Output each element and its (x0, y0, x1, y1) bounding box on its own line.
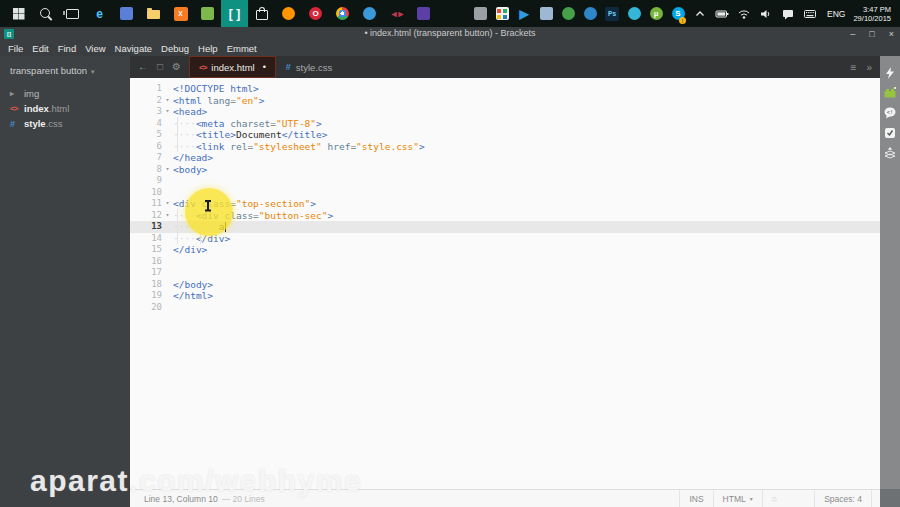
code-line-14[interactable]: 14····</div> (130, 233, 880, 245)
opera-icon[interactable]: O (302, 0, 329, 27)
code-comments-icon[interactable]: <! (883, 106, 897, 120)
indentation-setting[interactable]: Spaces: 4 (814, 490, 872, 507)
menu-view[interactable]: View (85, 43, 105, 54)
menu-bar: FileEditFindViewNavigateDebugHelpEmmet (0, 41, 900, 56)
code-line-8[interactable]: 8▾<body> (130, 164, 880, 176)
menu-help[interactable]: Help (198, 43, 218, 54)
working-set-menu-icon[interactable]: ≡ (851, 62, 857, 73)
start-icon[interactable] (5, 0, 32, 27)
code-line-7[interactable]: 7</head> (130, 152, 880, 164)
code-line-2[interactable]: 2▾<html lang="en"> (130, 95, 880, 107)
menu-navigate[interactable]: Navigate (115, 43, 153, 54)
barcode-app-icon[interactable] (469, 0, 491, 27)
photoshop-icon[interactable]: Ps (601, 0, 623, 27)
code-line-5[interactable]: 5····<title>Document</title> (130, 129, 880, 141)
overflow-chevrons-icon[interactable]: » (866, 62, 872, 73)
live-preview-icon[interactable] (883, 66, 897, 80)
safari-icon[interactable] (356, 0, 383, 27)
bsplayer-icon[interactable]: ▶ (513, 0, 535, 27)
file-item-style[interactable]: #style.css (0, 116, 130, 131)
split-view-icon[interactable]: □ (157, 62, 163, 72)
store-icon[interactable] (248, 0, 275, 27)
code-line-20[interactable]: 20 (130, 302, 880, 314)
menu-debug[interactable]: Debug (161, 43, 189, 54)
line-number: 12 (130, 210, 162, 222)
tab-style.css[interactable]: #style.css (276, 56, 342, 78)
code-line-10[interactable]: 10 (130, 187, 880, 199)
file-item-index[interactable]: <>index.html (0, 101, 130, 116)
media-player-icon[interactable]: ◄► (383, 0, 410, 27)
fold-arrow-icon[interactable]: ▾ (162, 198, 173, 210)
idm-icon[interactable] (557, 0, 579, 27)
language-indicator[interactable]: ENG (821, 9, 851, 19)
code-line-6[interactable]: 6····<link rel="stylesheet" href="style.… (130, 141, 880, 153)
code-line-9[interactable]: 9 (130, 175, 880, 187)
menu-emmet[interactable]: Emmet (227, 43, 257, 54)
clock[interactable]: 3:47 PM 29/10/2015 (851, 5, 897, 23)
back-arrow-icon[interactable]: ← (138, 62, 148, 72)
upload-layers-icon[interactable] (883, 146, 897, 160)
battery-icon[interactable] (711, 0, 733, 27)
code-line-16[interactable]: 16 (130, 256, 880, 268)
project-dropdown[interactable]: transparent button▾ (0, 56, 130, 86)
language-mode-dropdown[interactable]: HTML▾ (713, 490, 762, 507)
chrome-icon[interactable] (329, 0, 356, 27)
code-line-15[interactable]: 15</div> (130, 244, 880, 256)
brackets-icon[interactable]: [ ] (221, 0, 248, 27)
notes-app-icon[interactable] (113, 0, 140, 27)
extension-manager-icon[interactable] (883, 86, 897, 100)
blue-app-icon[interactable] (579, 0, 601, 27)
fold-arrow-icon[interactable]: ▾ (162, 210, 173, 222)
line-number: 2 (130, 95, 162, 107)
code-line-4[interactable]: 4····<meta charset="UTF-8"> (130, 118, 880, 130)
task-view-icon[interactable] (59, 0, 86, 27)
code-line-19[interactable]: 19</html> (130, 290, 880, 302)
search-icon[interactable] (32, 0, 59, 27)
minimize-button[interactable]: – (850, 29, 855, 39)
firefox-icon[interactable] (275, 0, 302, 27)
notifications-icon[interactable] (777, 0, 799, 27)
file-explorer-icon[interactable] (140, 0, 167, 27)
code-line-18[interactable]: 18</body> (130, 279, 880, 291)
cyan-app-icon[interactable] (623, 0, 645, 27)
line-number: 19 (130, 290, 162, 302)
code-line-13[interactable]: 13········a (130, 221, 880, 233)
code-line-11[interactable]: 11▾<div class="top-section"> (130, 198, 880, 210)
close-button[interactable]: × (889, 29, 894, 39)
fold-arrow-icon[interactable]: ▾ (162, 164, 173, 176)
insert-mode-indicator[interactable]: INS (679, 490, 712, 507)
code-line-3[interactable]: 3▾<head> (130, 106, 880, 118)
xampp-icon[interactable]: X (167, 0, 194, 27)
working-set-settings-gear-icon[interactable]: ⚙ (172, 62, 181, 72)
code-line-17[interactable]: 17 (130, 267, 880, 279)
file-item-img[interactable]: ▸img (0, 86, 130, 101)
css-file-icon: # (10, 119, 24, 129)
utorrent-icon[interactable]: µ (645, 0, 667, 27)
skype-icon[interactable]: S! (667, 0, 689, 27)
color-grid-app-icon[interactable] (491, 0, 513, 27)
window-title: • index.html (transparent button) - Brac… (0, 28, 900, 38)
cursor-highlight-circle (185, 188, 233, 236)
code-editor[interactable]: 1<!DOCTYPE html>2▾<html lang="en">3▾<hea… (130, 78, 880, 489)
code-line-1[interactable]: 1<!DOCTYPE html> (130, 83, 880, 95)
tab-index.html[interactable]: <>index.html• (189, 56, 276, 78)
menu-find[interactable]: Find (58, 43, 76, 54)
photos-icon[interactable] (194, 0, 221, 27)
purple-app-icon[interactable] (410, 0, 437, 27)
tray-expand-chevron-icon[interactable] (689, 0, 711, 27)
volume-icon[interactable] (755, 0, 777, 27)
code-line-12[interactable]: 12▾····<div class="button-sec"> (130, 210, 880, 222)
fold-arrow-icon[interactable]: ▾ (162, 95, 173, 107)
spellcheck-indicator[interactable]: ○ (762, 490, 786, 507)
circle-icon: ○ (772, 494, 777, 504)
restore-button[interactable]: □ (869, 29, 874, 39)
menu-file[interactable]: File (8, 43, 23, 54)
word-icon[interactable] (535, 0, 557, 27)
edge-icon[interactable]: e (86, 0, 113, 27)
wifi-icon[interactable] (733, 0, 755, 27)
menu-edit[interactable]: Edit (32, 43, 48, 54)
todo-checkmark-icon[interactable] (883, 126, 897, 140)
touch-keyboard-icon[interactable] (799, 0, 821, 27)
fold-arrow-icon[interactable]: ▾ (162, 106, 173, 118)
css-file-icon: # (286, 62, 291, 72)
